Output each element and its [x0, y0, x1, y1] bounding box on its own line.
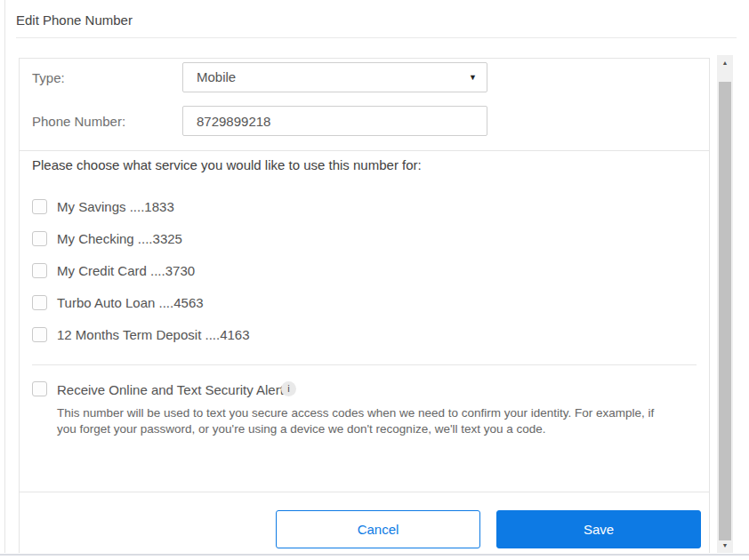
phone-number-label: Phone Number:	[32, 114, 125, 129]
type-select[interactable]: Mobile ▼	[182, 62, 487, 92]
vertical-scrollbar[interactable]: ▲ ▼	[717, 55, 733, 553]
service-checkbox-savings[interactable]	[32, 199, 47, 214]
service-label[interactable]: My Checking ....3325	[57, 231, 182, 246]
page-bottom-border	[0, 554, 749, 556]
security-alerts-checkbox[interactable]	[32, 381, 47, 396]
security-alerts-description: This number will be used to text you sec…	[57, 405, 675, 437]
info-icon[interactable]: i	[281, 381, 296, 396]
service-label[interactable]: Turbo Auto Loan ....4563	[57, 295, 204, 310]
service-checkbox-auto-loan[interactable]	[32, 295, 47, 310]
type-select-value: Mobile	[197, 69, 236, 84]
dialog-left-border	[4, 0, 5, 553]
phone-number-input[interactable]	[182, 106, 487, 136]
dialog-title: Edit Phone Number	[16, 0, 737, 38]
chevron-down-icon: ▼	[469, 63, 477, 92]
fields-section-divider	[19, 150, 710, 151]
scrollbar-down-arrow-icon[interactable]: ▼	[717, 538, 733, 553]
security-alerts-label[interactable]: Receive Online and Text Security Alerts	[57, 382, 290, 397]
service-checkbox-term-deposit[interactable]	[32, 327, 47, 342]
alerts-section-divider	[32, 364, 697, 365]
scrollbar-thumb[interactable]	[719, 82, 731, 540]
type-label: Type:	[32, 70, 65, 85]
service-label[interactable]: My Credit Card ....3730	[57, 263, 195, 278]
service-checkbox-credit-card[interactable]	[32, 263, 47, 278]
service-checkbox-checking[interactable]	[32, 231, 47, 246]
save-button[interactable]: Save	[496, 510, 701, 548]
scrollbar-up-arrow-icon[interactable]: ▲	[717, 55, 733, 70]
service-label[interactable]: My Savings ....1833	[57, 199, 174, 214]
service-label[interactable]: 12 Months Term Deposit ....4163	[57, 327, 250, 342]
cancel-button[interactable]: Cancel	[276, 510, 480, 548]
services-prompt: Please choose what service you would lik…	[32, 157, 422, 172]
